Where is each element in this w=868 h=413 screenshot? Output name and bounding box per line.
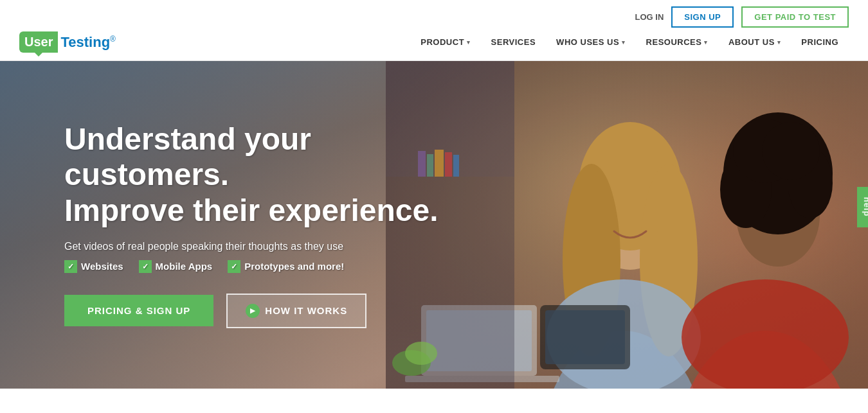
nav-label-pricing: PRICING: [801, 37, 838, 47]
nav-item-about-us: ABOUT US ▾: [718, 35, 791, 49]
how-it-works-button[interactable]: ▶ HOW IT WORKS: [226, 294, 366, 328]
logo[interactable]: User Testing®: [19, 31, 116, 53]
hero-heading-line1: Understand your customers.: [64, 122, 311, 191]
header-top: LOG IN SIGN UP GET PAID TO TEST: [0, 0, 868, 31]
hero-heading-line2: Improve their experience.: [64, 193, 439, 227]
chevron-down-icon: ▾: [467, 39, 471, 46]
nav-label-services: SERVICES: [491, 37, 536, 47]
hero-section: Understand your customers. Improve their…: [0, 61, 868, 389]
nav-label-product: PRODUCT: [420, 37, 464, 47]
nav-link-product[interactable]: PRODUCT ▾: [410, 35, 480, 49]
nav-item-product: PRODUCT ▾: [410, 35, 480, 49]
chevron-down-icon: ▾: [622, 39, 626, 46]
check-icon-prototypes: ✓: [228, 260, 240, 273]
hero-feature-prototypes: ✓ Prototypes and more!: [228, 260, 344, 273]
login-link[interactable]: LOG IN: [635, 12, 664, 22]
feature-label-mobile: Mobile Apps: [156, 261, 213, 272]
nav-link-who-uses[interactable]: WHO USES US ▾: [546, 35, 635, 49]
hero-subtext: Get videos of real people speaking their…: [64, 241, 482, 252]
hero-heading: Understand your customers. Improve their…: [64, 121, 482, 228]
logo-area: User Testing®: [19, 31, 116, 53]
chevron-down-icon: ▾: [704, 39, 708, 46]
signup-button[interactable]: SIGN UP: [671, 6, 734, 28]
nav-link-pricing[interactable]: PRICING: [791, 35, 849, 49]
feature-label-prototypes: Prototypes and more!: [244, 261, 344, 272]
chevron-down-icon: ▾: [777, 39, 781, 46]
how-it-works-label: HOW IT WORKS: [265, 305, 347, 316]
nav-item-resources: RESOURCES ▾: [636, 35, 718, 49]
hero-feature-mobile: ✓ Mobile Apps: [139, 260, 213, 273]
nav-label-about-us: ABOUT US: [728, 37, 775, 47]
nav-item-services: SERVICES: [481, 35, 547, 49]
hero-buttons: PRICING & SIGN UP ▶ HOW IT WORKS: [64, 294, 482, 328]
header: LOG IN SIGN UP GET PAID TO TEST User Tes…: [0, 0, 868, 61]
nav-label-resources: RESOURCES: [646, 37, 702, 47]
hero-content: Understand your customers. Improve their…: [0, 121, 482, 328]
pricing-signup-button[interactable]: PRICING & SIGN UP: [64, 295, 213, 326]
nav-link-resources[interactable]: RESOURCES ▾: [636, 35, 718, 49]
nav-link-about-us[interactable]: ABOUT US ▾: [718, 35, 791, 49]
nav-label-who-uses: WHO USES US: [556, 37, 619, 47]
hero-features: ✓ Websites ✓ Mobile Apps ✓ Prototypes an…: [64, 260, 482, 273]
play-icon: ▶: [246, 304, 260, 318]
nav-item-who-uses: WHO USES US ▾: [546, 35, 635, 49]
nav-link-services[interactable]: SERVICES: [481, 35, 547, 49]
logo-user-part: User: [19, 31, 58, 53]
header-nav: User Testing® PRODUCT ▾ SERVICES W: [0, 31, 868, 60]
check-icon-mobile: ✓: [139, 260, 152, 273]
logo-reg-symbol: ®: [110, 34, 116, 43]
feature-label-websites: Websites: [81, 261, 123, 272]
nav-item-pricing: PRICING: [791, 35, 849, 49]
hero-feature-websites: ✓ Websites: [64, 260, 123, 273]
logo-testing-part: Testing®: [60, 34, 115, 51]
getpaid-button[interactable]: GET PAID TO TEST: [741, 6, 849, 28]
logo-testing-text: Testing: [60, 34, 110, 50]
help-tab[interactable]: help: [857, 186, 868, 227]
main-nav: PRODUCT ▾ SERVICES WHO USES US ▾ RESOURC…: [410, 35, 849, 49]
check-icon-websites: ✓: [64, 260, 77, 273]
